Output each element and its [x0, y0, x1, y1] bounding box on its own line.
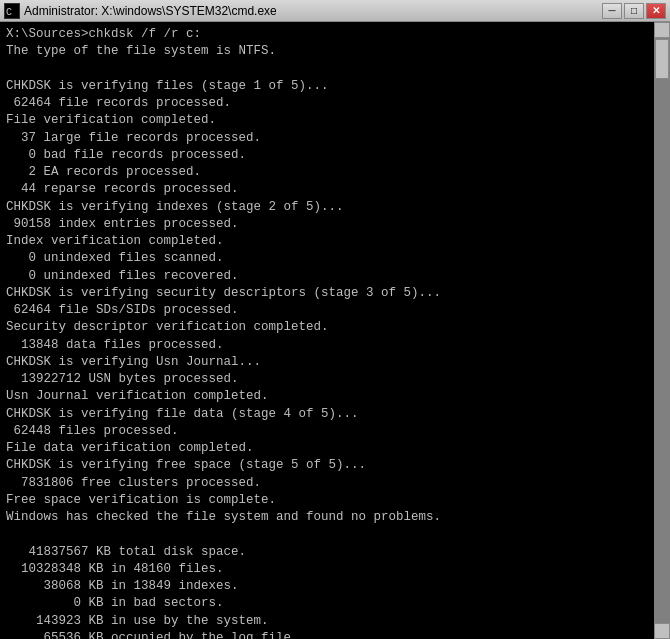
close-button[interactable]: ✕	[646, 3, 666, 19]
scroll-down-button[interactable]: ▼	[654, 623, 670, 639]
cmd-icon: C	[4, 3, 20, 19]
restore-button[interactable]: □	[624, 3, 644, 19]
scroll-thumb[interactable]	[655, 39, 669, 79]
window-controls[interactable]: ─ □ ✕	[602, 3, 666, 19]
cmd-window: X:\Sources>chkdsk /f /r c: The type of t…	[0, 22, 670, 639]
title-bar-left: C Administrator: X:\windows\SYSTEM32\cmd…	[4, 3, 277, 19]
window-title: Administrator: X:\windows\SYSTEM32\cmd.e…	[24, 4, 277, 18]
minimize-button[interactable]: ─	[602, 3, 622, 19]
title-bar: C Administrator: X:\windows\SYSTEM32\cmd…	[0, 0, 670, 22]
vertical-scrollbar[interactable]: ▲ ▼	[654, 22, 670, 639]
cmd-output: X:\Sources>chkdsk /f /r c: The type of t…	[6, 26, 664, 639]
scroll-up-button[interactable]: ▲	[654, 22, 670, 38]
scroll-track[interactable]	[654, 38, 670, 623]
svg-text:C: C	[6, 7, 12, 18]
